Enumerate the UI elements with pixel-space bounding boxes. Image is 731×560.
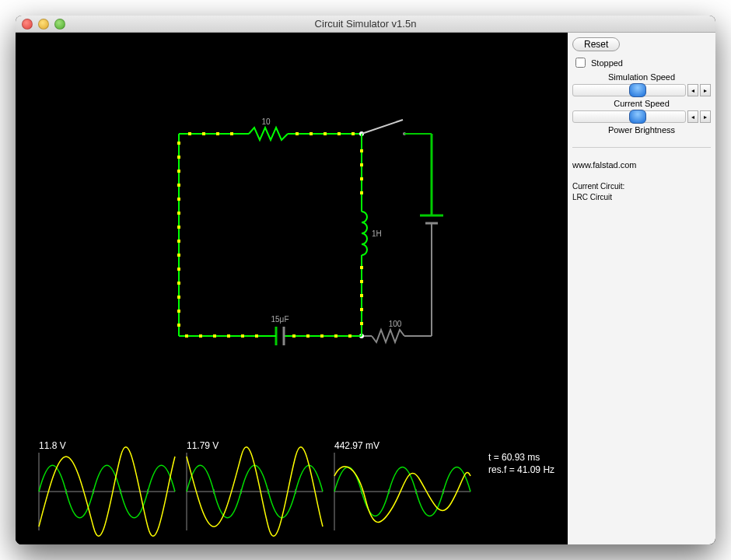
- svg-rect-26: [255, 334, 258, 338]
- titlebar: Circuit Simulator v1.5n: [16, 16, 715, 33]
- current-dots: [177, 132, 363, 338]
- scope-2[interactable]: 11.79 V: [187, 440, 323, 536]
- svg-rect-49: [352, 132, 355, 135]
- current-speed-label: Current Speed: [572, 99, 711, 108]
- svg-rect-35: [360, 191, 363, 194]
- scope-3-label: 442.97 mV: [334, 440, 379, 451]
- svg-rect-12: [177, 212, 180, 215]
- svg-rect-15: [177, 254, 180, 257]
- svg-rect-30: [334, 334, 338, 338]
- site-link[interactable]: www.falstad.com: [572, 160, 711, 170]
- svg-rect-47: [324, 132, 327, 135]
- svg-rect-45: [296, 132, 299, 135]
- svg-rect-27: [292, 334, 296, 338]
- canvas-area[interactable]: 10: [16, 33, 568, 544]
- current-speed-slider[interactable]: ◂ ▸: [572, 110, 711, 123]
- reset-button[interactable]: Reset: [572, 37, 620, 51]
- resistor-r1[interactable]: 10: [249, 117, 288, 140]
- svg-rect-18: [177, 296, 180, 299]
- resistor-r2[interactable]: 100: [372, 320, 432, 342]
- svg-rect-19: [177, 310, 180, 313]
- sidebar: Reset Stopped Simulation Speed ◂ ▸ Curre…: [568, 33, 715, 544]
- svg-rect-11: [177, 198, 180, 201]
- circuit-canvas[interactable]: 10: [16, 33, 568, 544]
- svg-rect-23: [213, 334, 216, 338]
- svg-rect-25: [241, 334, 244, 338]
- sim-speed-slider[interactable]: ◂ ▸: [572, 84, 711, 96]
- svg-rect-40: [360, 322, 363, 325]
- svg-rect-16: [177, 268, 180, 271]
- svg-rect-28: [306, 334, 310, 338]
- svg-rect-24: [227, 334, 230, 338]
- svg-rect-39: [360, 308, 363, 311]
- svg-rect-31: [348, 334, 352, 338]
- svg-rect-17: [177, 282, 180, 285]
- svg-rect-34: [360, 177, 363, 180]
- svg-line-0: [362, 120, 403, 134]
- current-circuit-label: Current Circuit:: [572, 182, 711, 191]
- arrow-left-icon[interactable]: ◂: [687, 84, 698, 96]
- svg-rect-20: [177, 324, 180, 327]
- svg-rect-22: [199, 334, 202, 338]
- capacitor[interactable]: 15μF: [271, 315, 289, 345]
- svg-rect-7: [177, 142, 180, 145]
- scope-2-label: 11.79 V: [187, 440, 219, 451]
- stopped-checkbox[interactable]: [575, 58, 586, 68]
- svg-rect-33: [360, 163, 363, 166]
- svg-rect-9: [177, 170, 180, 173]
- svg-rect-41: [188, 132, 191, 135]
- resistor-r2-label: 100: [389, 320, 402, 328]
- svg-rect-46: [310, 132, 313, 135]
- resf-readout: res.f = 41.09 Hz: [488, 464, 554, 475]
- svg-rect-10: [177, 184, 180, 187]
- arrow-right-icon[interactable]: ▸: [700, 84, 711, 96]
- app-window: Circuit Simulator v1.5n 10: [16, 16, 715, 544]
- switch[interactable]: [362, 120, 406, 135]
- svg-rect-48: [338, 132, 341, 135]
- inductor-label: 1H: [372, 229, 382, 238]
- stopped-label: Stopped: [591, 58, 623, 68]
- arrow-right-icon[interactable]: ▸: [700, 110, 711, 123]
- svg-rect-32: [360, 149, 363, 152]
- svg-rect-44: [230, 132, 233, 135]
- time-readout: t = 60.93 ms: [488, 452, 540, 463]
- arrow-left-icon[interactable]: ◂: [687, 110, 698, 123]
- sim-speed-label: Simulation Speed: [572, 72, 711, 82]
- capacitor-label: 15μF: [271, 315, 289, 324]
- svg-rect-36: [360, 266, 363, 269]
- svg-rect-37: [360, 280, 363, 283]
- battery[interactable]: [420, 215, 443, 223]
- inductor[interactable]: 1H: [362, 212, 382, 255]
- resistor-r1-label: 10: [261, 117, 271, 126]
- svg-rect-14: [177, 240, 180, 243]
- svg-rect-43: [216, 132, 219, 135]
- scope-3[interactable]: 442.97 mV: [334, 440, 470, 530]
- svg-rect-38: [360, 294, 363, 297]
- scope-1-label: 11.8 V: [39, 440, 66, 451]
- stopped-checkbox-row[interactable]: Stopped: [572, 55, 711, 70]
- window-title: Circuit Simulator v1.5n: [16, 18, 715, 30]
- svg-rect-13: [177, 226, 180, 229]
- scope-1[interactable]: 11.8 V: [39, 440, 175, 536]
- svg-rect-8: [177, 156, 180, 159]
- svg-rect-21: [185, 334, 188, 338]
- svg-rect-29: [320, 334, 324, 338]
- circuit-name: LRC Circuit: [572, 193, 711, 201]
- svg-rect-42: [202, 132, 205, 135]
- power-brightness-label: Power Brightness: [572, 125, 711, 135]
